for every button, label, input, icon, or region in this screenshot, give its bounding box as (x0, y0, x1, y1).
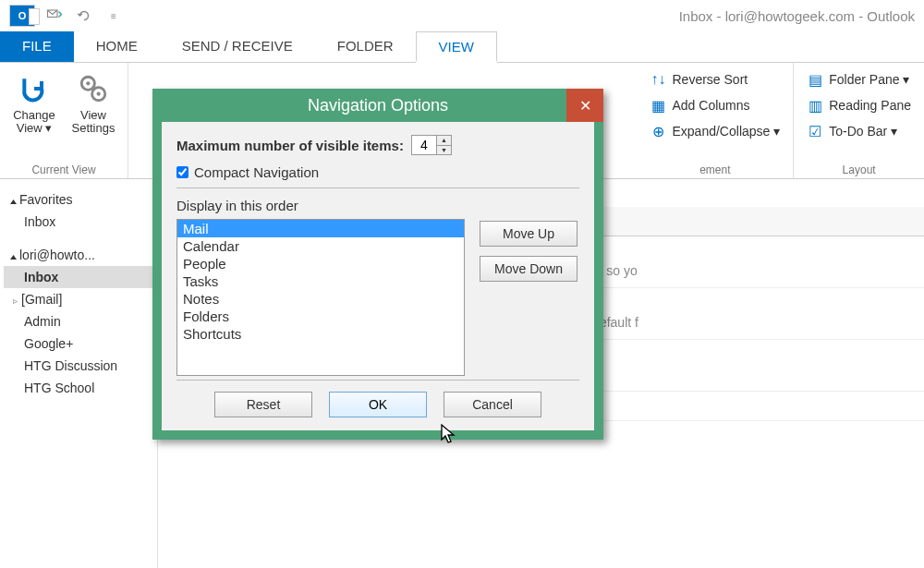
close-icon: ✕ (579, 97, 591, 115)
add-columns-icon: ▦ (650, 97, 667, 114)
svg-point-4 (97, 92, 101, 96)
change-view-label: ChangeView ▾ (13, 109, 55, 136)
reverse-sort-button[interactable]: ↑↓Reverse Sort (645, 68, 786, 91)
view-settings-label: ViewSettings (72, 109, 116, 136)
compact-navigation-checkbox[interactable]: Compact Navigation (176, 164, 579, 180)
reset-button[interactable]: Reset (214, 392, 312, 417)
view-settings-button[interactable]: ViewSettings (67, 68, 120, 136)
folder-pane-button[interactable]: ▤Folder Pane ▾ (801, 68, 917, 91)
navigation-order-item[interactable]: People (177, 255, 464, 272)
todo-bar-icon: ☑ (807, 123, 823, 139)
navigation-order-item[interactable]: Calendar (177, 237, 464, 255)
app-logo: O (9, 5, 35, 27)
ok-button[interactable]: OK (329, 392, 427, 417)
reading-pane-icon: ▥ (807, 97, 823, 114)
gear-icon (77, 72, 110, 105)
favorites-header[interactable]: Favorites (4, 188, 153, 211)
max-items-label: Maximum number of visible items: (176, 138, 404, 153)
ribbon-tabs: FILE HOME SEND / RECEIVE FOLDER VIEW (0, 31, 924, 63)
sidebar-item[interactable]: [Gmail] (4, 288, 153, 310)
dialog-close-button[interactable]: ✕ (566, 89, 603, 122)
max-items-spinner[interactable]: ▲▼ (411, 135, 452, 155)
sidebar-item-label: [Gmail] (21, 292, 62, 307)
sidebar-item[interactable]: Google+ (4, 332, 153, 355)
dialog-title: Navigation Options ✕ (152, 89, 603, 122)
group-label-current-view: Current View (31, 162, 95, 176)
title-bar: O ≡ Inbox - lori@howtogeek.com - Outlook (0, 0, 924, 31)
compact-navigation-label: Compact Navigation (194, 164, 319, 180)
tab-send-receive[interactable]: SEND / RECEIVE (160, 31, 315, 62)
move-up-button[interactable]: Move Up (480, 221, 578, 247)
navigation-options-dialog: Navigation Options ✕ Maximum number of v… (152, 89, 603, 440)
navigation-order-item[interactable]: Shortcuts (177, 325, 464, 343)
qat-customize-icon[interactable]: ≡ (103, 6, 124, 25)
undo-icon[interactable] (74, 6, 94, 25)
sidebar-item-label: Google+ (24, 336, 73, 351)
sidebar-item-label: Inbox (24, 270, 58, 284)
cancel-button[interactable]: Cancel (444, 392, 541, 417)
group-label-arrangement: ement (699, 162, 730, 176)
add-columns-button[interactable]: ▦Add Columns (645, 94, 786, 116)
sidebar-item[interactable]: Inbox (4, 266, 153, 288)
ribbon-group-current-view: ChangeView ▾ ViewSettings Current View (0, 63, 128, 178)
navigation-order-item[interactable]: Mail (177, 220, 464, 237)
send-receive-icon[interactable] (44, 6, 65, 25)
group-label-layout: Layout (843, 162, 876, 176)
quick-access-toolbar: ≡ (44, 6, 124, 25)
spinner-down-icon[interactable]: ▼ (437, 146, 451, 155)
favorites-inbox[interactable]: Inbox (4, 211, 153, 233)
account-header[interactable]: lori@howto... (4, 244, 153, 266)
svg-point-2 (86, 81, 90, 85)
reading-pane-button[interactable]: ▥Reading Pane (801, 94, 917, 116)
sidebar-item[interactable]: HTG Discussion (4, 355, 153, 377)
sidebar-item-label: HTG Discussion (24, 358, 117, 373)
change-view-icon (18, 72, 51, 105)
sidebar-item-label: Admin (24, 314, 61, 329)
change-view-button[interactable]: ChangeView ▾ (7, 68, 61, 136)
display-order-label: Display in this order (176, 198, 579, 213)
folder-pane-icon: ▤ (807, 71, 823, 88)
window-title: Inbox - lori@howtogeek.com - Outlook (679, 8, 915, 24)
ribbon-group-layout: ▤Folder Pane ▾ ▥Reading Pane ☑To-Do Bar … (794, 63, 924, 178)
todo-bar-button[interactable]: ☑To-Do Bar ▾ (801, 120, 917, 142)
tab-home[interactable]: HOME (74, 31, 160, 62)
navigation-order-list[interactable]: MailCalendarPeopleTasksNotesFoldersShort… (176, 219, 465, 376)
tab-view[interactable]: VIEW (416, 31, 497, 63)
sidebar-item[interactable]: HTG School (4, 377, 153, 399)
sidebar-item[interactable]: Admin (4, 310, 153, 332)
navigation-order-item[interactable]: Tasks (177, 272, 464, 290)
sidebar-item-label: HTG School (24, 381, 94, 395)
max-items-input[interactable] (412, 136, 436, 154)
spinner-up-icon[interactable]: ▲ (437, 136, 451, 146)
ribbon-group-arrangement: ↑↓Reverse Sort ▦Add Columns ⊕Expand/Coll… (638, 63, 795, 178)
move-down-button[interactable]: Move Down (480, 256, 578, 282)
compact-navigation-input[interactable] (176, 166, 188, 178)
navigation-order-item[interactable]: Folders (177, 308, 464, 325)
reverse-sort-icon: ↑↓ (650, 71, 667, 88)
expand-collapse-button[interactable]: ⊕Expand/Collapse ▾ (645, 120, 786, 142)
navigation-order-item[interactable]: Notes (177, 290, 464, 308)
folder-sidebar: Favorites Inbox lori@howto... Inbox[Gmai… (0, 179, 157, 568)
expand-collapse-icon: ⊕ (650, 123, 667, 139)
tab-file[interactable]: FILE (0, 31, 74, 62)
tab-folder[interactable]: FOLDER (315, 31, 416, 62)
